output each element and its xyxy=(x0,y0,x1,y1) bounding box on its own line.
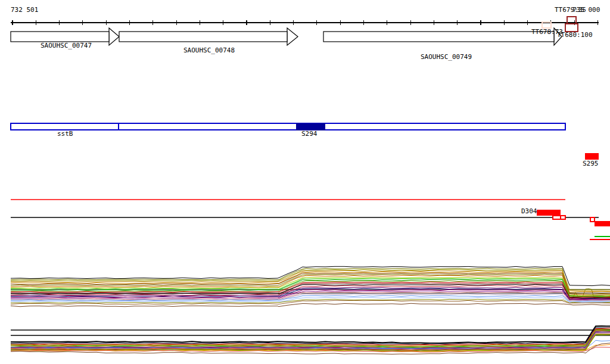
track-outline-sstb[interactable] xyxy=(11,123,565,130)
gene-arrow-head[interactable] xyxy=(287,28,298,45)
gene-label-saouhsc-00749: SAOUHSC_00749 xyxy=(421,54,472,60)
feature-box-d304[interactable] xyxy=(537,210,561,216)
feature-label-tt679: TT679:35 xyxy=(555,7,586,13)
feature-box-s295[interactable] xyxy=(585,153,599,160)
feature-label-tt680: TT680:100 xyxy=(557,32,593,38)
sequence-ruler xyxy=(11,20,599,25)
feature-box-d304-sub1[interactable] xyxy=(553,216,561,219)
genome-canvas[interactable] xyxy=(0,0,610,364)
feature-label-d304: D304 xyxy=(521,208,537,214)
ruler-start-coordinate: 732 501 xyxy=(11,7,38,13)
coverage-plot-upper[interactable] xyxy=(11,266,610,306)
gene-arrow-body[interactable] xyxy=(11,32,109,42)
feature-label-s295: S295 xyxy=(583,160,599,167)
gene-arrow-head[interactable] xyxy=(109,28,119,45)
gene-label-saouhsc-00747: SAOUHSC_00747 xyxy=(41,42,92,49)
feature-box-solid-right[interactable] xyxy=(595,221,610,226)
gene-arrow-body[interactable] xyxy=(119,32,287,42)
feature-box-outline-right[interactable] xyxy=(590,217,595,222)
gene-arrow-SAOUHSC_00748[interactable] xyxy=(119,28,298,45)
feature-label-s294: S294 xyxy=(301,130,318,137)
coverage-line xyxy=(11,326,610,343)
feature-box-d304-sub2[interactable] xyxy=(561,216,565,219)
feature-box-s294[interactable] xyxy=(296,123,325,130)
right-edge-features[interactable] xyxy=(590,217,610,239)
coverage-plot-lower[interactable] xyxy=(11,326,610,354)
blue-feature-track[interactable] xyxy=(11,123,565,130)
genome-browser-view: 732 501 735 000 TT679:35 TT678:73 TT680:… xyxy=(0,0,610,364)
track-label-sstb: sstB xyxy=(57,130,73,137)
gene-label-saouhsc-00748: SAOUHSC_00748 xyxy=(183,47,235,54)
gene-arrow-body[interactable] xyxy=(323,32,554,42)
gene-arrow-SAOUHSC_00749[interactable] xyxy=(323,28,562,45)
